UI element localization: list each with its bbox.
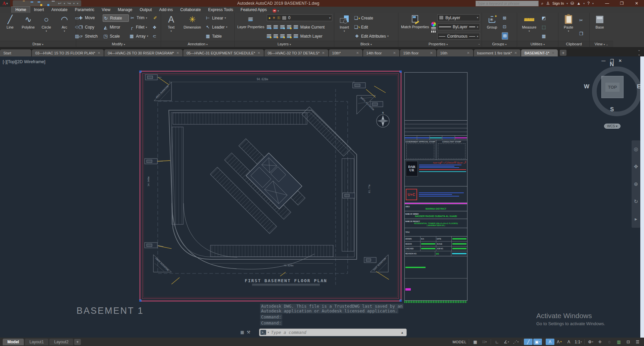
id-point-button[interactable]: ▦ <box>541 33 547 40</box>
command-input[interactable] <box>270 330 401 335</box>
edit-attributes-button[interactable]: ❖Edit Attributes▾ <box>354 33 389 40</box>
drawing-viewport[interactable]: [-][Top][2D Wireframe] — ❐ ✕ <box>0 56 644 338</box>
tab-annotate[interactable]: Annotate <box>48 7 71 13</box>
viewcube[interactable]: N W E S TOP WCS ▾ <box>585 63 640 135</box>
otrack-toggle-icon[interactable]: ╱ <box>524 339 533 345</box>
edit-block-button[interactable]: ❏✎Edit <box>354 24 389 31</box>
annotation-scale-icon[interactable]: Λ <box>564 339 573 345</box>
search-input[interactable] <box>476 1 532 5</box>
layer-freeze-icon[interactable]: ☀ <box>272 16 276 20</box>
leader-button[interactable]: ↖Leader▾ <box>205 24 227 31</box>
close-icon[interactable]: ✕ <box>430 51 433 55</box>
isolate-objects-icon[interactable]: ◌ <box>605 339 614 345</box>
close-icon[interactable]: ✕ <box>177 51 179 55</box>
autoscale-icon[interactable]: Λ✦ <box>555 339 564 345</box>
color-wheel-icon[interactable] <box>431 22 436 27</box>
file-tab-hvac-26-30[interactable]: 04---HVAC-26 TO 30 RISER DIAGRAM*✕ <box>104 49 183 56</box>
restore-button[interactable]: ❐ <box>614 0 629 7</box>
workspace-gear-icon[interactable]: ⚙▾ <box>586 339 595 345</box>
snap-toggle-icon[interactable]: ∷▾ <box>480 339 489 345</box>
layer-off-icon[interactable] <box>267 25 272 29</box>
clean-screen-icon[interactable]: ⊡ <box>624 339 633 345</box>
graphics-performance-icon[interactable]: ▥ <box>614 339 623 345</box>
insert-button[interactable]: Insert▾ <box>336 13 353 41</box>
search-box[interactable] <box>476 1 539 6</box>
panel-label-properties[interactable]: Properties ▾ ⌄ <box>398 41 482 47</box>
showmotion-icon[interactable]: ▸ <box>635 216 637 222</box>
polyline-button[interactable]: ∿Polyline <box>20 13 37 41</box>
match-properties-button[interactable]: Match Properties <box>400 13 430 41</box>
file-tab-basement-1[interactable]: BASEMENT-1*✕ <box>521 49 558 56</box>
a360-dropdown-icon[interactable]: ▾ <box>583 2 585 5</box>
tab-manage[interactable]: Manage <box>114 7 136 13</box>
match-layer-icon[interactable] <box>294 34 299 38</box>
layer-dropdown-icon[interactable]: ▾ <box>329 16 331 19</box>
file-tab-14th-floor[interactable]: 14th floor✕ <box>363 49 399 56</box>
move-button[interactable]: ✚Move <box>78 14 102 21</box>
viewcube-north[interactable]: N <box>610 61 614 68</box>
file-tab-16th[interactable]: 16th✕ <box>437 49 473 56</box>
ungroup-button[interactable]: ⊠ <box>502 14 508 21</box>
command-dropdown-icon[interactable]: ▾ <box>267 331 269 334</box>
scale-button[interactable]: ◳Scale <box>103 33 128 40</box>
quick-calc-button[interactable]: ⬚ <box>541 24 547 31</box>
dimension-button[interactable]: ✳Dimension <box>181 13 204 41</box>
redo-icon[interactable]: ↪ <box>67 1 71 6</box>
measure-button[interactable]: Measure▾ <box>519 13 540 41</box>
sign-in-dropdown-icon[interactable]: ▾ <box>566 2 568 5</box>
arc-button[interactable]: ◠Arc▾ <box>56 13 73 41</box>
wcs-dropdown[interactable]: WCS ▾ <box>604 124 621 129</box>
copy-clip-button[interactable]: ❐ <box>578 31 584 37</box>
isodraft-toggle-icon[interactable]: ⋰▾ <box>511 339 520 345</box>
base-button[interactable]: Base <box>591 13 608 41</box>
autocad-app-button[interactable]: A▾ <box>0 0 10 7</box>
tab-insert[interactable]: Insert <box>30 7 48 13</box>
make-current-icon[interactable] <box>294 25 299 29</box>
open-file-icon[interactable] <box>23 1 28 6</box>
save-icon[interactable] <box>30 1 35 6</box>
group-button[interactable]: ✦ Group <box>484 13 500 41</box>
undo-icon[interactable]: ↩ <box>58 1 61 6</box>
customize-status-icon[interactable]: ☰ <box>633 339 642 345</box>
floor-plan[interactable]: WEST ELEVATION NORTH ELEVATION SOUTH ELE… <box>139 71 402 302</box>
layer-lock-icon[interactable]: ⚿ <box>277 16 280 20</box>
tab-collaborate[interactable]: Collaborate <box>177 7 204 13</box>
export-icon[interactable] <box>44 1 49 6</box>
properties-expander-icon[interactable]: ⌄ <box>478 41 480 47</box>
new-drawing-button[interactable]: + <box>560 50 566 56</box>
cut-button[interactable]: ✂ <box>578 17 584 24</box>
annotation-scale-value[interactable]: 1:1▾ <box>574 339 583 345</box>
qat-customize-icon[interactable]: ▾ <box>77 2 78 5</box>
pan-icon[interactable]: ✥ <box>634 164 638 170</box>
new-layout-button[interactable]: + <box>74 339 81 345</box>
trim-button[interactable]: ✂Trim▾ <box>130 14 152 21</box>
close-icon[interactable]: ✕ <box>98 51 100 55</box>
layer-unisolate-icon[interactable] <box>267 34 272 38</box>
viewport-controls[interactable]: [-][Top][2D Wireframe] <box>3 59 45 64</box>
offset-button[interactable]: ⊂ <box>152 33 157 40</box>
make-current-button[interactable]: Make Current <box>300 25 325 30</box>
array-button[interactable]: ▦Array▾ <box>129 33 151 40</box>
ortho-toggle-icon[interactable]: ∟ <box>493 339 501 345</box>
stretch-button[interactable]: ▱Stretch <box>78 33 102 40</box>
tab-parametric[interactable]: Parametric <box>71 7 98 13</box>
table-button[interactable]: ▦Table <box>205 33 227 40</box>
panel-label-block[interactable]: Block ▾ <box>334 41 398 47</box>
close-button[interactable]: ✕ <box>629 0 644 7</box>
close-icon[interactable]: ✕ <box>322 51 325 55</box>
file-tab-start[interactable]: Start <box>0 49 31 56</box>
tab-view[interactable]: View <box>98 7 114 13</box>
ribbon-minimize-icon[interactable]: ▾ <box>278 9 279 12</box>
close-icon[interactable]: ✕ <box>467 51 469 55</box>
ribbon-state-icon[interactable] <box>273 9 277 13</box>
file-tab-hvac-31[interactable]: 05---HVAC-31 EQUIPMENT SCHEDULE*✕ <box>183 49 264 56</box>
line-button[interactable]: ╱Line <box>2 13 18 41</box>
panel-label-modify[interactable]: Modify ▾ <box>76 41 161 47</box>
new-file-icon[interactable] <box>16 1 20 6</box>
close-icon[interactable]: ✕ <box>356 51 359 55</box>
tab-express-tools[interactable]: Express Tools <box>204 7 237 13</box>
panel-label-utilities[interactable]: Utilities ▾ <box>517 41 558 47</box>
doc-close-icon[interactable]: ✕ <box>618 58 622 63</box>
viewcube-west[interactable]: W <box>584 83 589 90</box>
model-space-badge[interactable]: MODEL <box>452 339 467 345</box>
